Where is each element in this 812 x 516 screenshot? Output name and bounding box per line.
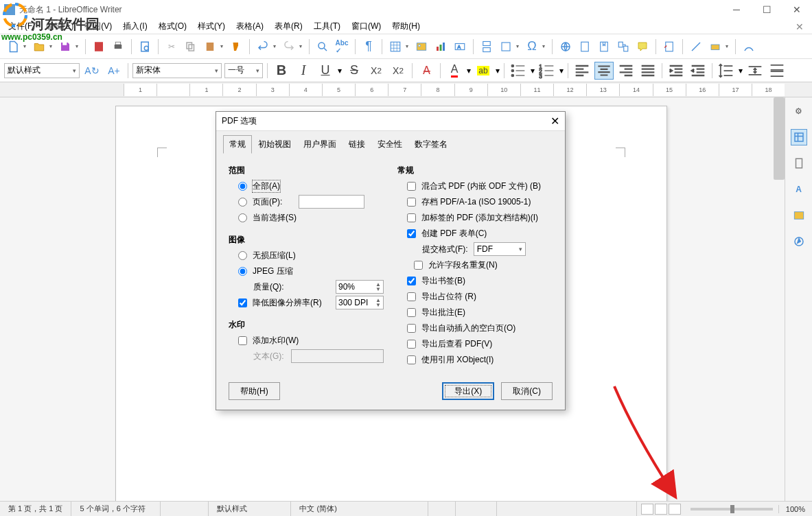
draw-icon[interactable] (740, 38, 758, 56)
save-icon[interactable] (56, 38, 74, 56)
subscript-button[interactable]: X2 (388, 62, 408, 80)
bullets-button[interactable] (509, 62, 528, 80)
sidebar-settings-icon[interactable]: ⚙ (791, 103, 807, 119)
tab-initial-view[interactable]: 初始视图 (252, 135, 297, 154)
minimize-button[interactable]: ─ (721, 0, 752, 19)
tab-general[interactable]: 常规 (223, 135, 252, 154)
print-icon[interactable] (109, 38, 127, 56)
align-left-button[interactable] (572, 62, 592, 80)
new-icon[interactable] (4, 38, 22, 56)
menu-insert[interactable]: 插入(I) (119, 19, 151, 34)
copy-icon[interactable] (182, 38, 200, 56)
para-spacing-dec-button[interactable] (767, 62, 787, 80)
sidebar-styles-icon[interactable]: A (791, 181, 807, 198)
highlight-button[interactable]: ab (474, 62, 493, 80)
export-button[interactable]: 导出(X) (442, 382, 494, 400)
menu-file[interactable]: 文件(F) (4, 19, 39, 34)
line-spacing-button[interactable] (717, 62, 736, 80)
placeholders-checkbox[interactable] (407, 292, 416, 301)
sidebar-page-icon[interactable] (791, 155, 807, 172)
view-book-button[interactable] (669, 504, 681, 515)
spellcheck-icon[interactable]: Abc✓ (333, 38, 351, 56)
zoom-slider[interactable] (691, 508, 773, 511)
reduce-res-checkbox[interactable] (238, 298, 247, 307)
range-all-radio[interactable] (238, 182, 247, 191)
bookmark-icon[interactable] (595, 38, 613, 56)
status-language[interactable]: 中文 (简体) (291, 502, 428, 516)
range-pages-radio[interactable] (238, 198, 247, 207)
strikethrough-button[interactable]: S (345, 62, 364, 80)
horizontal-ruler[interactable]: 1123456789101112131415161718 (0, 82, 812, 97)
status-page[interactable]: 第 1 页，共 1 页 (0, 502, 71, 516)
pages-input[interactable] (299, 195, 364, 209)
find-icon[interactable] (314, 38, 332, 56)
view-multi-button[interactable] (655, 504, 667, 515)
tagged-checkbox[interactable] (407, 213, 416, 222)
pdfa-checkbox[interactable] (407, 198, 416, 207)
paragraph-style-select[interactable]: 默认样式▾ (4, 63, 80, 78)
range-selection-radio[interactable] (238, 213, 247, 222)
clone-format-icon[interactable] (227, 38, 245, 56)
dpi-spinner[interactable]: 300 DPI▲▼ (336, 296, 384, 309)
line-icon[interactable] (687, 38, 705, 56)
numbering-button[interactable]: 123 (537, 62, 557, 80)
para-spacing-inc-button[interactable] (745, 62, 765, 80)
cancel-button[interactable]: 取消(C) (501, 382, 553, 400)
formatting-marks-icon[interactable]: ¶ (360, 38, 378, 56)
increase-indent-button[interactable] (666, 62, 686, 80)
insert-symbol-icon[interactable]: Ω (523, 38, 541, 56)
print-preview-icon[interactable] (136, 38, 154, 56)
insert-table-icon[interactable] (386, 38, 404, 56)
superscript-button[interactable]: X2 (367, 62, 386, 80)
insert-field-icon[interactable] (497, 38, 515, 56)
align-center-button[interactable] (594, 62, 614, 80)
submit-format-select[interactable]: FDF▾ (474, 242, 526, 256)
sidebar-gallery-icon[interactable] (791, 207, 807, 224)
open-icon[interactable] (30, 38, 48, 56)
menu-tools[interactable]: 工具(T) (310, 19, 345, 34)
insert-image-icon[interactable] (413, 38, 430, 56)
bold-button[interactable]: B (272, 62, 291, 80)
sidebar-navigator-icon[interactable] (791, 233, 807, 250)
close-icon[interactable]: ✕ (550, 115, 559, 128)
vertical-scrollbar[interactable] (774, 97, 785, 180)
tab-security[interactable]: 安全性 (371, 135, 408, 154)
help-button[interactable]: 帮助(H) (229, 382, 280, 400)
menu-window[interactable]: 窗口(W) (347, 19, 385, 34)
new-style-icon[interactable]: A+ (104, 62, 124, 80)
close-document-button[interactable]: ✕ (791, 20, 808, 34)
font-name-select[interactable]: 新宋体▾ (132, 63, 222, 78)
menu-format[interactable]: 格式(O) (154, 19, 191, 34)
footnote-icon[interactable] (576, 38, 594, 56)
xobject-checkbox[interactable] (407, 355, 416, 364)
menu-edit[interactable]: 编辑(E) (42, 19, 78, 34)
tab-signature[interactable]: 数字签名 (408, 135, 454, 154)
sidebar-properties-icon[interactable] (791, 129, 807, 145)
page-break-icon[interactable] (478, 38, 496, 56)
insert-chart-icon[interactable] (432, 38, 450, 56)
jpeg-radio[interactable] (238, 267, 247, 276)
insert-textbox-icon[interactable]: A (451, 38, 469, 56)
forms-checkbox[interactable] (407, 229, 416, 238)
underline-button[interactable]: U (316, 62, 335, 80)
hyperlink-icon[interactable] (557, 38, 575, 56)
menu-view[interactable]: 视图(V) (80, 19, 116, 34)
tab-links[interactable]: 链接 (343, 135, 371, 154)
menu-help[interactable]: 帮助(H) (388, 19, 424, 34)
comment-icon[interactable] (634, 38, 651, 56)
hybrid-checkbox[interactable] (407, 182, 416, 191)
shapes-icon[interactable] (706, 38, 724, 56)
dup-fields-checkbox[interactable] (414, 261, 423, 270)
blank-pages-checkbox[interactable] (407, 324, 416, 333)
undo-icon[interactable] (254, 38, 272, 56)
italic-button[interactable]: I (294, 62, 313, 80)
watermark-checkbox[interactable] (238, 336, 247, 345)
align-justify-button[interactable] (638, 62, 658, 80)
close-window-button[interactable]: ✕ (782, 0, 812, 19)
cut-icon[interactable]: ✂ (163, 38, 181, 56)
redo-icon[interactable] (280, 38, 298, 56)
tab-ui[interactable]: 用户界面 (297, 135, 343, 154)
cross-ref-icon[interactable] (614, 38, 632, 56)
align-right-button[interactable] (616, 62, 636, 80)
decrease-indent-button[interactable] (688, 62, 708, 80)
